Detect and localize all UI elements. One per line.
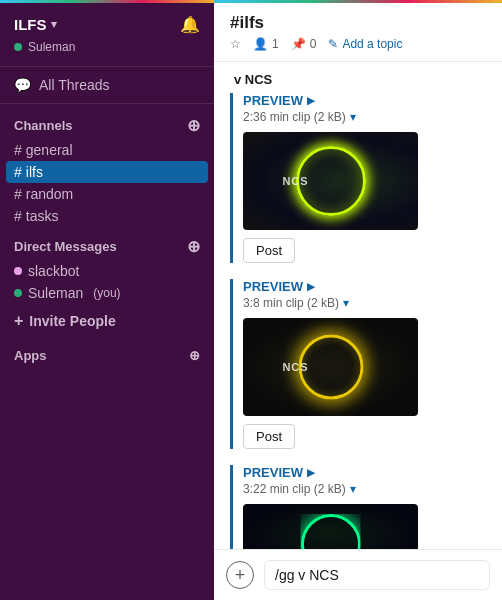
apps-label: Apps xyxy=(14,348,47,363)
dm-header: Direct Messages ⊕ xyxy=(0,227,214,260)
thumbnail-1[interactable]: NCS xyxy=(243,132,418,230)
divider-2 xyxy=(0,103,214,104)
clip-dropdown-3[interactable]: ▾ xyxy=(350,482,356,496)
hash-icon-active: # xyxy=(14,164,22,180)
partial-ring-3 xyxy=(301,514,361,549)
message-item-3: PREVIEW ▶ 3:22 min clip (2 kB) ▾ xyxy=(230,465,486,549)
members-count: 1 xyxy=(272,37,279,51)
add-topic-link[interactable]: ✎ Add a topic xyxy=(328,37,402,51)
channel-meta: ☆ 👤 1 📌 0 ✎ Add a topic xyxy=(230,37,486,51)
pins-item: 📌 0 xyxy=(291,37,317,51)
user-name: Suleman xyxy=(28,40,75,54)
play-icon-2: ▶ xyxy=(307,281,315,292)
workspace-chevron: ▾ xyxy=(51,18,57,31)
preview-label-1: PREVIEW xyxy=(243,93,303,108)
user-status-dot xyxy=(14,43,22,51)
pins-count: 0 xyxy=(310,37,317,51)
user-status: Suleman xyxy=(0,40,214,64)
channel-name: general xyxy=(26,142,73,158)
star-item[interactable]: ☆ xyxy=(230,37,241,51)
hash-icon-random: # xyxy=(14,186,22,202)
divider-1 xyxy=(0,66,214,67)
message-item-1: PREVIEW ▶ 2:36 min clip (2 kB) ▾ NCS Pos… xyxy=(230,93,486,263)
edit-icon: ✎ xyxy=(328,37,338,51)
members-icon: 👤 xyxy=(253,37,268,51)
ncs-logo-1: NCS xyxy=(282,175,308,187)
clip-text-1: 2:36 min clip (2 kB) xyxy=(243,110,346,124)
message-item-2: PREVIEW ▶ 3:8 min clip (2 kB) ▾ NCS Post xyxy=(230,279,486,449)
plus-icon: + xyxy=(14,312,23,330)
add-channel-icon[interactable]: ⊕ xyxy=(187,116,200,135)
clip-text-3: 3:22 min clip (2 kB) xyxy=(243,482,346,496)
slackbot-name: slackbot xyxy=(28,263,79,279)
clip-text-2: 3:8 min clip (2 kB) xyxy=(243,296,339,310)
ncs-logo-2: NCS xyxy=(282,361,308,373)
threads-icon: 💬 xyxy=(14,77,31,93)
channel-item-ilfs[interactable]: # ilfs xyxy=(6,161,208,183)
bell-icon[interactable]: 🔔 xyxy=(180,15,200,34)
post-button-2[interactable]: Post xyxy=(243,424,295,449)
suleman-you: (you) xyxy=(93,286,120,300)
all-threads-label: All Threads xyxy=(39,77,110,93)
message-input[interactable] xyxy=(264,560,490,590)
thumbnail-3[interactable] xyxy=(243,504,418,549)
channels-header: Channels ⊕ xyxy=(0,106,214,139)
workspace-title: ILFS xyxy=(14,16,47,33)
workspace-name[interactable]: ILFS ▾ xyxy=(14,16,57,33)
channel-item-tasks[interactable]: # tasks xyxy=(0,205,214,227)
channel-name-active: ilfs xyxy=(26,164,43,180)
apps-header: Apps ⊕ xyxy=(0,338,214,367)
play-icon-1: ▶ xyxy=(307,95,315,106)
clip-info-1: 2:36 min clip (2 kB) ▾ xyxy=(243,110,486,124)
dm-suleman[interactable]: Suleman (you) xyxy=(0,282,214,304)
messages-area: v NCS PREVIEW ▶ 2:36 min clip (2 kB) ▾ N… xyxy=(214,62,502,549)
preview-link-3[interactable]: PREVIEW ▶ xyxy=(243,465,486,480)
post-button-1[interactable]: Post xyxy=(243,238,295,263)
members-item: 👤 1 xyxy=(253,37,279,51)
slackbot-dot xyxy=(14,267,22,275)
channels-label: Channels xyxy=(14,118,73,133)
main-content: #ilfs ☆ 👤 1 📌 0 ✎ Add a topic v NCS xyxy=(214,0,502,600)
add-topic-label: Add a topic xyxy=(342,37,402,51)
ncs-circle-3 xyxy=(301,514,361,549)
preview-label-2: PREVIEW xyxy=(243,279,303,294)
play-icon-3: ▶ xyxy=(307,467,315,478)
invite-people-label: Invite People xyxy=(29,313,115,329)
channel-item-general[interactable]: # general xyxy=(0,139,214,161)
dm-slackbot[interactable]: slackbot xyxy=(0,260,214,282)
message-sender: v NCS xyxy=(230,72,486,87)
sidebar-header: ILFS ▾ 🔔 xyxy=(0,3,214,40)
clip-dropdown-2[interactable]: ▾ xyxy=(343,296,349,310)
channel-name-random: random xyxy=(26,186,73,202)
preview-link-2[interactable]: PREVIEW ▶ xyxy=(243,279,486,294)
thumbnail-2[interactable]: NCS xyxy=(243,318,418,416)
pin-icon: 📌 xyxy=(291,37,306,51)
add-app-icon[interactable]: ⊕ xyxy=(189,348,200,363)
preview-link-1[interactable]: PREVIEW ▶ xyxy=(243,93,486,108)
star-icon: ☆ xyxy=(230,37,241,51)
channel-name-tasks: tasks xyxy=(26,208,59,224)
channel-header: #ilfs ☆ 👤 1 📌 0 ✎ Add a topic xyxy=(214,3,502,62)
suleman-dot xyxy=(14,289,22,297)
hash-icon-tasks: # xyxy=(14,208,22,224)
clip-info-3: 3:22 min clip (2 kB) ▾ xyxy=(243,482,486,496)
preview-label-3: PREVIEW xyxy=(243,465,303,480)
channel-item-random[interactable]: # random xyxy=(0,183,214,205)
clip-dropdown-1[interactable]: ▾ xyxy=(350,110,356,124)
input-bar: + xyxy=(214,549,502,600)
all-threads-item[interactable]: 💬 All Threads xyxy=(0,69,214,101)
sidebar: ILFS ▾ 🔔 Suleman 💬 All Threads Channels … xyxy=(0,0,214,600)
add-dm-icon[interactable]: ⊕ xyxy=(187,237,200,256)
invite-people-item[interactable]: + Invite People xyxy=(0,304,214,338)
clip-info-2: 3:8 min clip (2 kB) ▾ xyxy=(243,296,486,310)
channel-title: #ilfs xyxy=(230,13,486,33)
suleman-name: Suleman xyxy=(28,285,83,301)
hash-icon: # xyxy=(14,142,22,158)
dm-label: Direct Messages xyxy=(14,239,117,254)
plus-icon: + xyxy=(235,565,246,586)
input-plus-button[interactable]: + xyxy=(226,561,254,589)
